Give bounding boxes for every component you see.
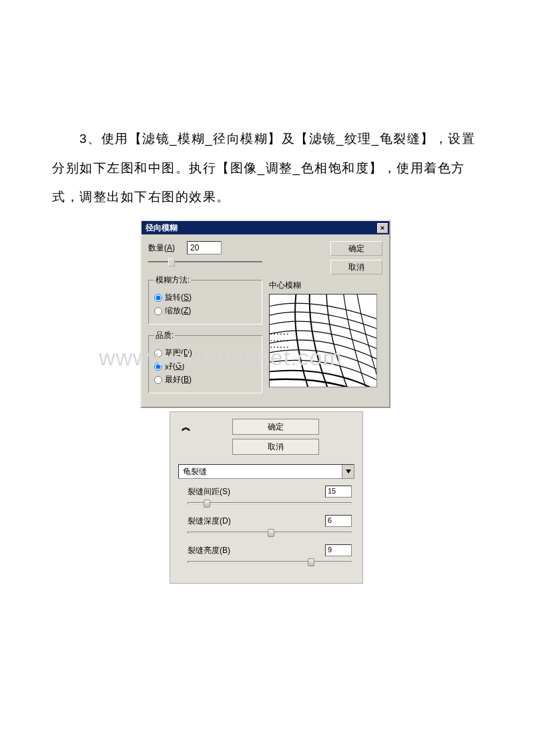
blur-method-legend: 模糊方法: bbox=[154, 274, 191, 286]
quality-best-radio[interactable]: 最好(B) bbox=[154, 374, 256, 385]
ok-button[interactable]: 确定 bbox=[330, 241, 382, 256]
radial-blur-dialog: 径向模糊 × 数量(A) 20 模糊方法: 旋转(S) bbox=[140, 220, 390, 408]
amount-slider[interactable] bbox=[148, 257, 262, 268]
crack-depth-group: 裂缝深度(D) 6 bbox=[188, 515, 352, 538]
preview-label: 中心模糊 bbox=[269, 280, 382, 291]
filter-select-value: 龟裂缝 bbox=[183, 466, 207, 478]
method-zoom-radio[interactable]: 缩放(Z) bbox=[154, 305, 256, 317]
crack-depth-label: 裂缝深度(D) bbox=[188, 516, 231, 527]
craquelure-panel: ︽ 确定 取消 龟裂缝 裂缝间距(S) 15 裂缝深度(D) 6 bbox=[170, 411, 363, 584]
quality-legend: 品质: bbox=[154, 330, 175, 341]
crack-brightness-slider[interactable] bbox=[188, 558, 352, 567]
dialog-title: 径向模糊 bbox=[146, 222, 178, 234]
crack-spacing-input[interactable]: 15 bbox=[325, 486, 352, 498]
close-icon[interactable]: × bbox=[377, 223, 388, 233]
ok-button[interactable]: 确定 bbox=[232, 419, 319, 435]
quality-good-radio[interactable]: 好(G) bbox=[154, 361, 256, 372]
crack-spacing-label: 裂缝间距(S) bbox=[188, 486, 230, 498]
chevron-down-icon bbox=[342, 465, 354, 478]
quality-group: 品质: 草图(D) 好(G) 最好(B) bbox=[148, 330, 262, 393]
quality-draft-radio[interactable]: 草图(D) bbox=[154, 347, 256, 359]
svg-marker-3 bbox=[346, 469, 351, 474]
crack-depth-slider[interactable] bbox=[188, 528, 352, 538]
crack-spacing-slider[interactable] bbox=[188, 499, 352, 508]
cancel-button[interactable]: 取消 bbox=[330, 260, 382, 274]
amount-label: 数量(A) bbox=[148, 242, 175, 254]
crack-depth-input[interactable]: 6 bbox=[325, 515, 352, 527]
blur-method-group: 模糊方法: 旋转(S) 缩放(Z) bbox=[148, 274, 262, 325]
instruction-paragraph: 3、使用【滤镜_模糊_径向模糊】及【滤镜_纹理_龟裂缝】，设置分别如下左图和中图… bbox=[52, 124, 486, 212]
crack-brightness-group: 裂缝亮度(B) 9 bbox=[188, 544, 352, 567]
method-spin-radio[interactable]: 旋转(S) bbox=[154, 292, 256, 303]
collapse-icon[interactable]: ︽ bbox=[178, 419, 192, 433]
crack-spacing-group: 裂缝间距(S) 15 bbox=[188, 486, 352, 508]
blur-preview[interactable] bbox=[269, 294, 377, 387]
cancel-button[interactable]: 取消 bbox=[232, 439, 319, 455]
crack-brightness-label: 裂缝亮度(B) bbox=[188, 545, 230, 556]
crack-brightness-input[interactable]: 9 bbox=[325, 544, 352, 556]
filter-select[interactable]: 龟裂缝 bbox=[178, 464, 354, 479]
amount-input[interactable]: 20 bbox=[187, 241, 222, 254]
dialog-titlebar[interactable]: 径向模糊 × bbox=[142, 221, 389, 234]
